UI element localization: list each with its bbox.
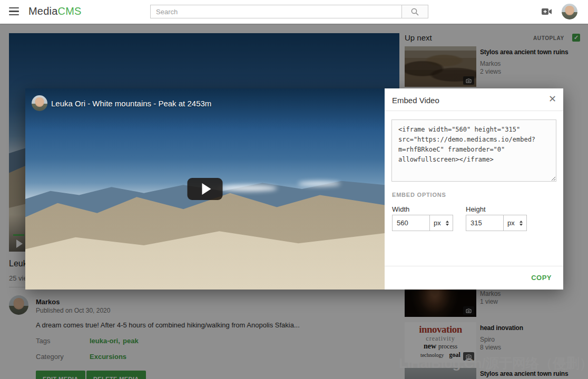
mediacms-app: MediaCMS Leuk bbox=[0, 0, 588, 379]
unit-value: px bbox=[434, 219, 441, 227]
embed-options-label: EMBED OPTIONS bbox=[392, 192, 446, 198]
mediacms-logo[interactable]: MediaCMS bbox=[28, 5, 82, 17]
user-avatar[interactable] bbox=[562, 4, 577, 19]
preview-video-title: Leuka Ori - White mountains - Peak at 24… bbox=[51, 99, 211, 108]
preview-author-avatar[interactable] bbox=[32, 95, 47, 111]
search-bar bbox=[150, 5, 428, 18]
stepper-icon bbox=[446, 221, 449, 226]
modal-title: Embed Video bbox=[392, 96, 439, 105]
upload-video-button[interactable] bbox=[542, 8, 552, 17]
embed-preview-player[interactable]: Leuka Ori - White mountains - Peak at 24… bbox=[25, 88, 385, 290]
videocam-plus-icon bbox=[542, 8, 552, 15]
play-button[interactable] bbox=[188, 178, 223, 200]
search-icon bbox=[410, 7, 419, 16]
top-header: MediaCMS bbox=[0, 0, 588, 24]
height-field: px bbox=[466, 215, 527, 231]
divider bbox=[385, 266, 563, 266]
height-input[interactable] bbox=[466, 215, 504, 231]
embed-code-textarea[interactable]: <iframe width="560" height="315" src="ht… bbox=[391, 119, 556, 182]
close-icon[interactable]: ✕ bbox=[548, 93, 556, 105]
cloud bbox=[298, 181, 340, 186]
logo-text-cms: CMS bbox=[57, 5, 81, 17]
width-field: px bbox=[392, 215, 453, 231]
height-label: Height bbox=[466, 205, 486, 213]
logo-text-media: Media bbox=[28, 5, 57, 17]
stepper-icon bbox=[520, 221, 523, 226]
copy-button[interactable]: COPY bbox=[528, 273, 555, 282]
embed-options-panel: Embed Video ✕ <iframe width="560" height… bbox=[385, 88, 563, 290]
search-input[interactable] bbox=[150, 5, 402, 18]
width-unit-select[interactable]: px bbox=[430, 215, 453, 231]
height-unit-select[interactable]: px bbox=[504, 215, 527, 231]
width-input[interactable] bbox=[392, 215, 430, 231]
unit-value: px bbox=[507, 219, 515, 227]
width-label: Width bbox=[392, 205, 409, 213]
watermark-text: LiHaiBlog.Cn/源于网络（侵删） bbox=[399, 354, 588, 373]
search-button[interactable] bbox=[402, 5, 428, 18]
hamburger-menu-icon[interactable] bbox=[9, 7, 19, 15]
divider bbox=[385, 111, 563, 111]
embed-video-modal: Leuka Ori - White mountains - Peak at 24… bbox=[25, 88, 563, 290]
